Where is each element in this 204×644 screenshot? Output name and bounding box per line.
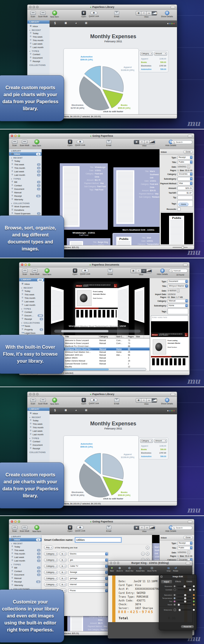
- view-grid-segment[interactable]: ▦: [134, 140, 139, 144]
- view-list-segment[interactable]: ≡: [136, 269, 141, 273]
- sidebar-item-last-week[interactable]: ⚙ Last week: [27, 42, 50, 45]
- sidebar-group-collections[interactable]: COLLECTIONS: [27, 63, 50, 66]
- sidebar-item-contact[interactable]: ⚙ Contact: [27, 52, 50, 56]
- email-button[interactable]: Email: [107, 269, 114, 275]
- view-grid-segment[interactable]: ▦: [136, 399, 141, 402]
- quick-look-button[interactable]: ◉ Quick Look: [88, 11, 100, 17]
- tab-effects[interactable]: Effects: [173, 580, 184, 584]
- category-popup[interactable]: Manual: [168, 299, 188, 303]
- titlebar[interactable]: ● Going Paperless: [9, 519, 194, 524]
- sidebar-item-contact[interactable]: ⚙ 1 Contact: [9, 184, 42, 187]
- sidebar-item-bill[interactable]: ⚙ 1 Bill: [9, 180, 42, 184]
- add-rule-button[interactable]: +: [146, 546, 150, 550]
- view-coverflow-segment[interactable]: ▭: [145, 140, 150, 144]
- type-popup[interactable]: Receipt: [177, 541, 193, 545]
- rule-field-popup[interactable]: Category: [44, 576, 58, 580]
- search-field[interactable]: Search: [171, 526, 192, 530]
- column-sub-category[interactable]: Sub C…: [115, 335, 127, 338]
- sidebar-item-document[interactable]: ⚙ 1 Document: [9, 187, 42, 191]
- sidebar-header-library[interactable]: LIBRARY 266: [19, 278, 44, 281]
- tab-details[interactable]: Details: [184, 580, 195, 584]
- match-any-popup[interactable]: Any: [44, 545, 53, 550]
- open-button[interactable]: ▮ Open: [80, 398, 87, 405]
- remove-rule-button[interactable]: −: [141, 552, 145, 556]
- rule-field-popup[interactable]: Category: [44, 570, 58, 574]
- card-icon[interactable]: ▤: [85, 409, 87, 411]
- sidebar-group-recent[interactable]: ▾ RECENT: [9, 541, 42, 545]
- title-combo[interactable]: Publix: [177, 546, 193, 550]
- title-combo[interactable]: Publix: [177, 160, 193, 164]
- reconcile-checkbox[interactable]: [177, 208, 181, 211]
- view-switcher[interactable]: ▦ ≡ ▭ ▂▅▇ View: [136, 11, 157, 18]
- close-button[interactable]: [21, 264, 23, 266]
- show-details-button[interactable]: i Show Details: [160, 398, 174, 405]
- view-segmented-control[interactable]: ▦ ≡ ▭ ▂▅▇: [134, 526, 155, 530]
- tab-adjust[interactable]: Adjust: [161, 580, 172, 584]
- new-item-button[interactable]: + New Item: [50, 398, 59, 405]
- email-button[interactable]: Email: [105, 526, 112, 532]
- view-list-segment[interactable]: ≡: [139, 140, 145, 144]
- sidebar-item-taxes[interactable]: ▸▰ Taxes: [19, 324, 44, 328]
- report-footer[interactable]: click to edit footer: [50, 110, 177, 113]
- quick-look-button[interactable]: ◉ Quick Look: [74, 526, 86, 532]
- rule-field-popup[interactable]: Category: [44, 582, 58, 587]
- scan-multi-button[interactable]: Scan Multi: [19, 526, 30, 532]
- rule-operator-popup[interactable]: is: [59, 576, 67, 580]
- close-button[interactable]: [11, 520, 13, 523]
- tag-pill[interactable]: Home: [178, 203, 189, 206]
- toolbar-toggle-button[interactable]: [170, 393, 175, 396]
- sidebar-item-today[interactable]: ⚙ Today: [27, 419, 50, 422]
- view-list-segment[interactable]: ≡: [139, 526, 145, 530]
- sidebar-item-manual[interactable]: ⚙ Manual: [9, 576, 42, 580]
- disclosure-triangle-icon[interactable]: ▾: [21, 308, 22, 310]
- title-combo[interactable]: Whirpool Washer Due: [168, 284, 188, 288]
- document-card-moes[interactable]: Title:Moe's Southwest Grill Date:1/19/11…: [113, 167, 160, 227]
- quick-look-button[interactable]: ◉ Quick Look: [74, 140, 86, 146]
- sharpness-slider[interactable]: Sharpness:: [159, 608, 196, 612]
- date-stepper[interactable]: ▴▾: [177, 289, 180, 292]
- minimize-button[interactable]: [14, 135, 17, 137]
- sidebar-item-last-week[interactable]: ⚙ Last week: [19, 300, 44, 303]
- money-icon[interactable]: $: [54, 409, 56, 412]
- sidebar-group-collections[interactable]: COLLECTIONS: [27, 450, 50, 454]
- sidebar-item-warranty[interactable]: ⚙ Warranty: [9, 583, 42, 587]
- toolbar-toggle-button[interactable]: [188, 520, 192, 523]
- pie-chart-icon[interactable]: ◕: [75, 22, 77, 24]
- sepia-slider[interactable]: Sepia:: [159, 603, 196, 606]
- sidebar-item-receipt[interactable]: ⚙ Receipt: [27, 447, 50, 450]
- sidebar-item-receipt[interactable]: ⚙ 11 Receipt: [9, 580, 42, 583]
- temperature-slider[interactable]: Temperature:: [159, 596, 196, 600]
- sidebar-item-this-week[interactable]: ⚙ This week: [27, 35, 50, 38]
- view-segmented-control[interactable]: ▦ ≡ ▭ ▂▅▇: [131, 269, 152, 273]
- zoom-button[interactable]: [18, 135, 20, 137]
- sidebar-item-inbox[interactable]: ▣ 11 Inbox: [9, 538, 42, 541]
- cover-selected[interactable]: Whirlpool CONSUMER SERVICES TECHNICAL ED…: [75, 283, 118, 327]
- view-report-segment[interactable]: ▂▅▇: [150, 140, 155, 144]
- rule-field-popup[interactable]: Category: [44, 552, 58, 556]
- view-switcher[interactable]: ▦ ≡ ▭ ▂▅▇ View: [134, 140, 155, 147]
- view-grid-segment[interactable]: ▦: [134, 526, 139, 530]
- sidebar-item-bill[interactable]: ⚙ 1 Bill: [9, 566, 42, 569]
- quick-look-button[interactable]: ◉ Quick Look: [88, 398, 100, 404]
- scan-multi-button[interactable]: Scan Multi: [37, 398, 48, 405]
- sidebar-item-contact[interactable]: ⚙ 1 Contact: [9, 569, 42, 573]
- legend-amount-popup[interactable]: Amount: [154, 52, 167, 56]
- sidebar-header-library[interactable]: LIBRARY: [27, 408, 50, 411]
- column-pages[interactable]: Pages: [127, 335, 135, 338]
- minimize-button[interactable]: [24, 264, 27, 266]
- disclosure-triangle-icon[interactable]: ▾: [21, 287, 22, 289]
- sidebar-group-recent[interactable]: ▾ RECENT: [27, 415, 50, 419]
- sidebar-group-recent[interactable]: ▾ RECENT: [27, 28, 50, 31]
- rule-value-combo[interactable]: Sewage: [68, 570, 108, 574]
- done-button[interactable]: Done: [183, 536, 193, 539]
- email-button[interactable]: Email: [113, 398, 120, 405]
- scan-button[interactable]: Scan: [29, 398, 37, 405]
- close-button[interactable]: [29, 393, 31, 395]
- pie-chart-icon[interactable]: ◕: [75, 409, 77, 412]
- cover-right-2[interactable]: [135, 287, 145, 323]
- sidebar-group-collections[interactable]: ▾ COLLECTIONS: [19, 321, 44, 324]
- sidebar-item-last-month[interactable]: ⚙ 1 Last month: [9, 559, 42, 562]
- view-coverflow-segment[interactable]: ▭: [145, 526, 150, 530]
- zoom-button[interactable]: [36, 393, 38, 395]
- tint-slider[interactable]: Tint:: [159, 600, 196, 603]
